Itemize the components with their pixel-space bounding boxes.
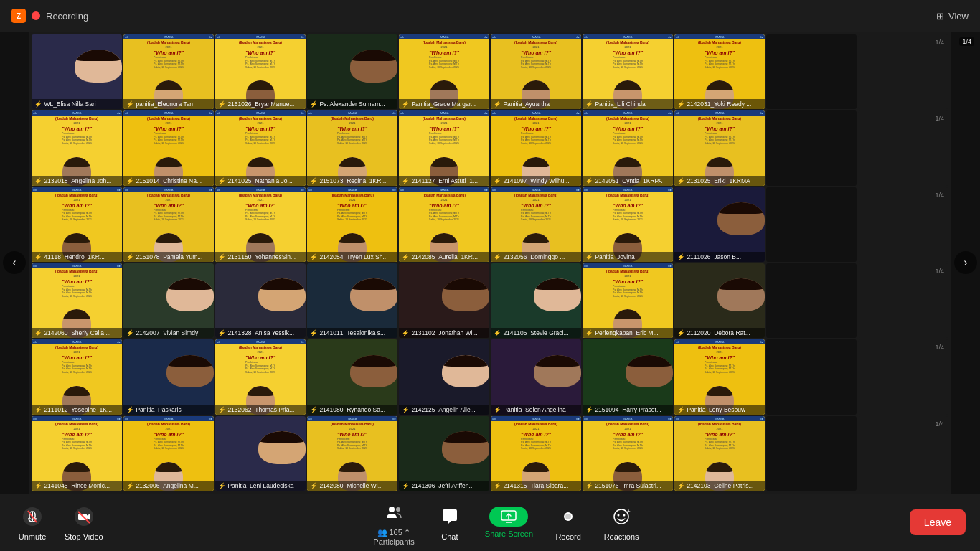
video-cell[interactable]: ⚡ Panitia_Leni Laudeciska <box>215 416 306 491</box>
video-cell-label: ⚡ 2142051_Cyntia_1KRPA <box>583 176 673 186</box>
bottom-right-controls: Leave <box>910 509 966 535</box>
video-cell[interactable]: uibIMABAdi▸(Ibadah Mahasiswa Baru)2021"W… <box>215 339 306 414</box>
top-bar-right[interactable]: ⊞ View <box>936 11 969 22</box>
reactions-button[interactable]: + Reactions <box>603 504 639 541</box>
video-cell-label: ⚡ 2141025_Nathania Jo... <box>215 176 306 186</box>
participants-button[interactable]: 👥 165 ⌃ Participants <box>373 499 414 546</box>
video-cell-label: ⚡ 2132018_Angelina Joh... <box>32 176 122 186</box>
video-cell[interactable]: 1/4 <box>858 34 948 109</box>
video-cell-label: ⚡ 2142007_Vivian Simdy <box>123 328 214 338</box>
video-cell[interactable]: uibIMABAdi▸(Ibadah Mahasiswa Baru)2021"W… <box>491 110 581 185</box>
video-cell[interactable]: ⚡ 2141105_Stevie Graci... <box>491 263 581 338</box>
video-cell[interactable]: uibIMABAdi▸(Ibadah Mahasiswa Baru)2021"W… <box>674 34 765 109</box>
video-cell[interactable]: uibIMABAdi▸(Ibadah Mahasiswa Baru)2021"W… <box>399 110 489 185</box>
video-cell[interactable]: uibIMABAdi▸(Ibadah Mahasiswa Baru)2021"W… <box>123 34 214 109</box>
recording-label: Recording <box>46 11 88 22</box>
video-cell[interactable]: uibIMABAdi▸(Ibadah Mahasiswa Baru)2021"W… <box>123 187 214 262</box>
chat-button[interactable]: Chat <box>432 504 468 541</box>
record-button[interactable]: Record <box>550 504 586 541</box>
video-cell[interactable]: 1/4 <box>858 110 948 185</box>
video-cell-label: ⚡ 2142085_Aurelia_1KR... <box>399 252 489 262</box>
video-cell[interactable]: uibIMABAdi▸(Ibadah Mahasiswa Baru)2021"W… <box>583 110 673 185</box>
share-screen-button[interactable]: Share Screen <box>485 507 533 538</box>
video-cell-label: ⚡ 2142125_Angelin Alie... <box>399 405 489 415</box>
video-cell-label: ⚡ 2151078_Pamela Yum... <box>123 252 214 262</box>
video-cell[interactable]: uibIMABAdi▸(Ibadah Mahasiswa Baru)2021"W… <box>491 416 581 491</box>
video-cell[interactable]: uibIMABAdi▸(Ibadah Mahasiswa Baru)2021"W… <box>307 110 397 185</box>
video-cell[interactable]: uibIMABAdi▸(Ibadah Mahasiswa Baru)2021"W… <box>399 187 489 262</box>
leave-button[interactable]: Leave <box>910 509 966 535</box>
video-cell-label: ⚡ 2131025_Eriki_1KRMA <box>674 176 765 186</box>
video-cell-label: ⚡ Panitia_Leni Laudeciska <box>215 481 306 491</box>
video-cell[interactable]: uibIMABAdi▸(Ibadah Mahasiswa Baru)2021"W… <box>215 187 306 262</box>
video-cell[interactable]: ⚡ 2141011_Tesalonika s... <box>307 263 397 338</box>
video-cell[interactable]: ⚡ Ps. Alexander Sumam... <box>307 34 397 109</box>
video-cell[interactable]: 1/4 <box>858 339 948 414</box>
video-cell[interactable] <box>766 263 857 338</box>
share-screen-icon <box>501 510 517 523</box>
share-screen-bg <box>489 507 528 527</box>
svg-point-15 <box>623 514 626 517</box>
video-cell[interactable]: ⚡ 2142007_Vivian Simdy <box>123 263 214 338</box>
video-cell[interactable]: uibIMABAdi▸(Ibadah Mahasiswa Baru)2021"W… <box>307 187 397 262</box>
video-cell[interactable]: ⚡ 2141306_Jefri Ariffen... <box>399 416 489 491</box>
reactions-icon: + <box>608 504 634 529</box>
svg-text:+: + <box>627 508 631 514</box>
video-cell[interactable]: uibIMABAdi▸(Ibadah Mahasiswa Baru)2021"W… <box>674 416 765 491</box>
next-page-arrow[interactable]: › <box>954 251 977 274</box>
unmute-label: Unmute <box>19 532 47 541</box>
video-cell[interactable]: 1/4 <box>858 263 948 338</box>
participants-label: Participants <box>373 537 414 546</box>
video-cell[interactable]: ⚡ 2141080_Rynando Sa... <box>307 339 397 414</box>
stop-video-label: Stop Video <box>65 532 103 541</box>
video-cell[interactable]: 1/4 <box>858 187 948 262</box>
video-cell[interactable]: ⚡ 2142125_Angelin Alie... <box>399 339 489 414</box>
video-cell[interactable]: uibIMABAdi▸(Ibadah Mahasiswa Baru)2021"W… <box>32 110 122 185</box>
video-cell[interactable]: uibIMABAdi▸(Ibadah Mahasiswa Baru)2021"W… <box>32 416 122 491</box>
video-cell-label: ⚡ 2141328_Anisa Yessik... <box>215 328 306 338</box>
video-cell-label: ⚡ Perlengkapan_Eric M... <box>583 328 673 338</box>
video-cell[interactable]: uibIMABAdi▸(Ibadah Mahasiswa Baru)2021"W… <box>32 263 122 338</box>
video-cell-label: ⚡ 2141127_Erni Astuti_1... <box>399 176 489 186</box>
unmute-button[interactable]: Unmute <box>14 504 50 541</box>
video-cell[interactable]: uibIMABAdi▸(Ibadah Mahasiswa Baru)2021"W… <box>583 416 673 491</box>
video-cell[interactable]: uibIMABAdi▸(Ibadah Mahasiswa Baru)2021"W… <box>583 34 673 109</box>
video-cell[interactable]: uibIMABAdi▸(Ibadah Mahasiswa Baru)2021"W… <box>123 110 214 185</box>
video-cell[interactable]: uibIMABAdi▸(Ibadah Mahasiswa Baru)2021"W… <box>215 110 306 185</box>
video-cell[interactable]: uibIMABAdi▸(Ibadah Mahasiswa Baru)2021"W… <box>491 34 581 109</box>
prev-page-arrow[interactable]: ‹ <box>3 251 26 274</box>
video-cell-label: ⚡ 2112020_Debora Rat... <box>674 328 765 338</box>
video-cell[interactable]: uibIMABAdi▸(Ibadah Mahasiswa Baru)2021"W… <box>583 187 673 262</box>
video-cell[interactable]: uibIMABAdi▸(Ibadah Mahasiswa Baru)2021"W… <box>491 187 581 262</box>
video-cell[interactable]: uibIMABAdi▸(Ibadah Mahasiswa Baru)2021"W… <box>583 263 673 338</box>
video-cell[interactable]: uibIMABAdi▸(Ibadah Mahasiswa Baru)2021"W… <box>674 110 765 185</box>
video-cell[interactable]: ⚡ 2111026_Jason B... <box>674 187 765 262</box>
video-cell[interactable]: uibIMABAdi▸(Ibadah Mahasiswa Baru)2021"W… <box>674 339 765 414</box>
video-cell[interactable]: ⚡ Panitia_Selen Angelina <box>491 339 581 414</box>
video-cell[interactable] <box>766 339 857 414</box>
video-cell[interactable]: uibIMABAdi▸(Ibadah Mahasiswa Baru)2021"W… <box>215 34 306 109</box>
video-cell-label: ⚡ 2111012_Yosepine_1K... <box>32 405 122 415</box>
video-cell[interactable]: uibIMABAdi▸(Ibadah Mahasiswa Baru)2021"W… <box>123 416 214 491</box>
video-cell[interactable] <box>766 34 857 109</box>
video-cell[interactable]: ⚡ 2151094_Harry Praset... <box>583 339 673 414</box>
stop-video-button[interactable]: Stop Video <box>65 504 103 541</box>
video-cell[interactable]: uibIMABAdi▸(Ibadah Mahasiswa Baru)2021"W… <box>32 187 122 262</box>
video-grid-container: ‹ ⚡ WL_Elisa Nilla SariuibIMABAdi▸(Ibada… <box>0 32 980 494</box>
video-cell[interactable] <box>766 187 857 262</box>
svg-point-7 <box>389 507 395 512</box>
app-icon: Z <box>11 9 26 23</box>
video-cell[interactable]: uibIMABAdi▸(Ibadah Mahasiswa Baru)2021"W… <box>307 416 397 491</box>
video-cell[interactable]: ⚡ 2131102_Jonathan Wi... <box>399 263 489 338</box>
video-cell[interactable]: ⚡ WL_Elisa Nilla Sari <box>32 34 122 109</box>
video-cell[interactable]: ⚡ Panitia_Paskaris <box>123 339 214 414</box>
video-cell[interactable] <box>766 416 857 491</box>
video-cell[interactable]: ⚡ 2112020_Debora Rat... <box>674 263 765 338</box>
video-cell-label: ⚡ Panitia_Grace Margar... <box>399 99 489 109</box>
video-cell[interactable]: uibIMABAdi▸(Ibadah Mahasiswa Baru)2021"W… <box>32 339 122 414</box>
video-cell[interactable]: 1/4 <box>858 416 948 491</box>
video-cell[interactable]: ⚡ 2141328_Anisa Yessik... <box>215 263 306 338</box>
video-cell[interactable] <box>766 110 857 185</box>
video-cell[interactable]: uibIMABAdi▸(Ibadah Mahasiswa Baru)2021"W… <box>399 34 489 109</box>
video-cell-label: ⚡ 2131102_Jonathan Wi... <box>399 328 489 338</box>
